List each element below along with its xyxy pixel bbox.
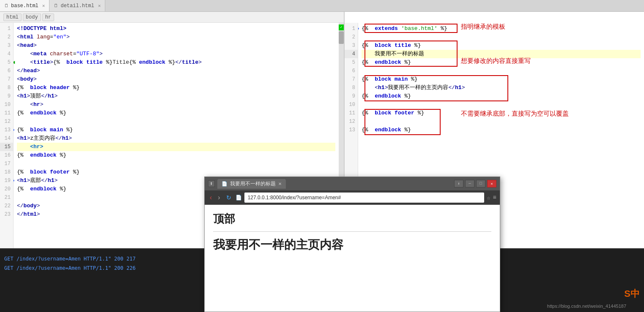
annotation-bottom: 不需要继承底部，直接写为空可以覆盖 xyxy=(461,110,569,118)
ln1: 1 xyxy=(0,24,13,33)
ln21: 21 xyxy=(0,193,13,202)
ln14: 14 xyxy=(0,134,13,143)
browser-tab-text: 我要用不一样的标题 xyxy=(230,180,276,187)
code-line-14: <h1>z主页内容</h1> xyxy=(17,134,335,143)
browser-heading-main: 我要用不一样的主页内容 xyxy=(213,237,491,253)
code-line-18: {% block footer %} xyxy=(17,168,335,176)
browser-content: 顶部 我要用不一样的主页内容 xyxy=(205,205,500,312)
indicator-5: ◀ xyxy=(14,58,15,67)
file-icon: 🗒 xyxy=(4,3,9,8)
ln7: 7 xyxy=(0,75,13,84)
rln7: 7 xyxy=(345,75,358,84)
ln19: 19 xyxy=(0,176,13,185)
browser-min-btn[interactable]: ⬆ xyxy=(208,180,215,187)
browser-maximize-btn[interactable]: □ xyxy=(476,180,485,187)
code-line-2: <html lang="en"> xyxy=(17,33,335,41)
tab-detail-html[interactable]: 🗒 detail.html ✕ xyxy=(49,0,105,11)
code-line-6: </head> xyxy=(17,67,335,75)
csdn-url: https://blog.csdn.net/weixin_41445187 xyxy=(547,304,626,309)
rcode-line-9: {% endblock %} xyxy=(362,92,641,100)
browser-refresh-btn[interactable]: ↻ xyxy=(225,193,233,202)
rln11: 11 xyxy=(345,109,358,117)
code-line-9: <h1>顶部</h1> xyxy=(17,92,335,100)
ln11: 11 xyxy=(0,109,13,117)
code-line-10: <hr> xyxy=(17,100,335,109)
tab-label-detail: detail.html xyxy=(60,3,94,9)
green-checkmark: ✓ xyxy=(339,24,344,30)
rcode-line-2 xyxy=(362,33,641,41)
tab-close-detail[interactable]: ✕ xyxy=(98,3,101,8)
browser-back-btn[interactable]: ‹ xyxy=(208,193,214,202)
ln2: 2 xyxy=(0,33,13,41)
rln12: 12 xyxy=(345,117,358,126)
ln8: 8 xyxy=(0,84,13,92)
code-line-1: <!DOCTYPE html> xyxy=(17,24,335,33)
rln4: 4 xyxy=(345,50,358,58)
breadcrumb-hr: hr xyxy=(42,14,54,21)
browser-window: ⬆ 📄 我要用不一样的标题 ✕ ⬆ ─ □ ✕ xyxy=(204,176,500,312)
ln23: 23 xyxy=(0,210,13,219)
ln20: 20 xyxy=(0,185,13,193)
ln16: 16 xyxy=(0,151,13,160)
code-line-8: {% block header %} xyxy=(17,84,335,92)
tab-bar: 🗒 base.html ✕ 🗒 detail.html ✕ xyxy=(0,0,644,12)
code-line-13: {% block main %} xyxy=(17,126,335,134)
ln5: 5 xyxy=(0,58,13,67)
browser-divider xyxy=(213,231,491,232)
app-container: 🗒 base.html ✕ 🗒 detail.html ✕ html body … xyxy=(0,0,644,312)
ln6: 6 xyxy=(0,67,13,75)
browser-heading-top: 顶部 xyxy=(213,212,491,226)
browser-favicon-2: 📄 xyxy=(236,195,242,201)
browser-close-btn[interactable]: ✕ xyxy=(487,180,496,187)
browser-tab-close-icon[interactable]: ✕ xyxy=(278,182,282,186)
tab-label-base: base.html xyxy=(11,3,38,9)
ln12: 12 xyxy=(0,117,13,126)
rln3: 3 xyxy=(345,41,358,50)
browser-new-tab-area xyxy=(288,179,301,189)
rcode-line-3: {% block title %} xyxy=(362,41,641,50)
ln3: 3 xyxy=(0,41,13,50)
indicator-18: ● xyxy=(14,176,15,185)
breadcrumb-html: html xyxy=(3,14,22,21)
code-line-5: <title>{% block title %}Title{% endblock… xyxy=(17,58,335,67)
ln22: 22 xyxy=(0,202,13,210)
rln1: 1 xyxy=(345,24,358,33)
code-line-4: <meta charset="UTF-8"> xyxy=(17,50,335,58)
rln5: 5 xyxy=(345,58,358,67)
line-numbers-left: 1 2 3 4 5 6 7 8 9 10 11 12 13 14 15 16 1 xyxy=(0,23,14,248)
rcode-line-7: {% block main %} xyxy=(362,75,641,84)
indicator-r1: ● xyxy=(358,24,359,33)
ln4: 4 xyxy=(0,50,13,58)
code-line-12 xyxy=(17,117,335,126)
rln13: 13 xyxy=(345,126,358,134)
browser-navbar: ‹ › ↻ 📄 ☆ ≡ xyxy=(205,190,500,205)
browser-minimize-btn[interactable]: ─ xyxy=(465,180,474,187)
scroll-thumb-left[interactable] xyxy=(339,31,344,44)
ln18: 18 xyxy=(0,168,13,176)
indicator-13: ● xyxy=(14,126,15,134)
breadcrumb-body: body xyxy=(23,14,41,21)
browser-bookmark-icon[interactable]: ☆ xyxy=(487,194,490,201)
code-line-15: <hr> xyxy=(17,143,335,151)
breadcrumb-left: html body hr xyxy=(0,12,344,23)
browser-favicon: 📄 xyxy=(222,181,227,187)
code-line-7: <body> xyxy=(17,75,335,84)
browser-forward-btn[interactable]: › xyxy=(216,193,222,202)
ln15: 15 xyxy=(0,143,13,151)
rcode-line-13: {% endblock %} xyxy=(362,126,641,134)
code-line-11: {% endblock %} xyxy=(17,109,335,117)
ln17: 17 xyxy=(0,160,13,168)
rln9: 9 xyxy=(345,92,358,100)
tab-base-html[interactable]: 🗒 base.html ✕ xyxy=(0,0,49,11)
ln13: 13 xyxy=(0,126,13,134)
code-line-3: <head> xyxy=(17,41,335,50)
rcode-line-8: <h1>我要用不一样的主页内容</h1> xyxy=(362,84,641,92)
browser-restore-btn[interactable]: ⬆ xyxy=(454,180,463,187)
rcode-line-6 xyxy=(362,67,641,75)
csdn-watermark: S中 xyxy=(624,288,640,300)
tab-close-base[interactable]: ✕ xyxy=(42,3,45,8)
browser-address-bar[interactable] xyxy=(244,193,485,203)
browser-menu-icon[interactable]: ≡ xyxy=(493,194,496,201)
code-line-16: {% endblock %} xyxy=(17,151,335,160)
ln9: 9 xyxy=(0,92,13,100)
